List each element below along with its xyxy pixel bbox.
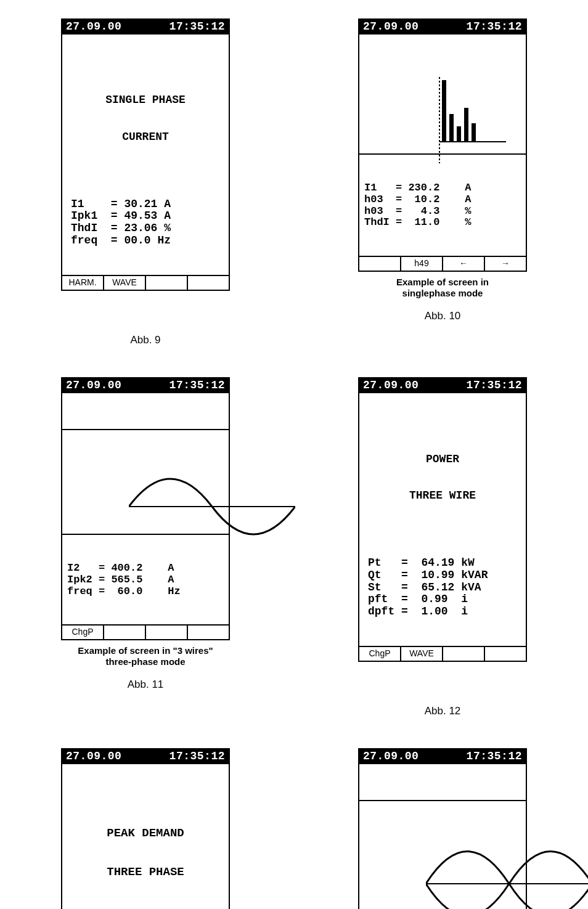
softkey-left-arrow[interactable]: ← bbox=[443, 257, 485, 271]
measurement-rows: Pt = 64.19 kW Qt = 10.99 kVAR St = 65.12… bbox=[365, 557, 520, 618]
time-text: 17:35:12 bbox=[467, 20, 522, 33]
softkey-4[interactable] bbox=[485, 647, 526, 661]
time-text: 17:35:12 bbox=[467, 750, 522, 762]
title-bar: 27.09.00 17:35:12 bbox=[62, 749, 229, 764]
svg-rect-4 bbox=[457, 126, 461, 142]
measurement-rows: I1 = 230.2 A h03 = 10.2 A h03 = 4.3 % Th… bbox=[359, 179, 526, 231]
blank-strip bbox=[62, 418, 229, 430]
time-text: 17:35:12 bbox=[169, 379, 225, 391]
softkey-h49[interactable]: h49 bbox=[401, 257, 443, 271]
date-text: 27.09.00 bbox=[66, 379, 121, 391]
softkey-1[interactable] bbox=[359, 257, 401, 271]
screen-title-line1: PEAK DEMAND bbox=[68, 827, 223, 840]
time-text: 17:35:12 bbox=[467, 379, 522, 391]
figure-14: 27.09.00 17:35:12 V1 = 229.7 V I1 = 132.… bbox=[334, 748, 551, 909]
title-bar: 27.09.00 17:35:12 bbox=[359, 749, 526, 764]
softkey-row: ChgP bbox=[62, 624, 229, 639]
svg-rect-6 bbox=[472, 123, 476, 142]
softkey-right-arrow[interactable]: → bbox=[485, 257, 526, 271]
softkey-row: h49 ← → bbox=[359, 256, 526, 271]
dual-sine-wave bbox=[359, 826, 526, 909]
single-sine-wave bbox=[62, 455, 229, 535]
screen-title-line1: POWER bbox=[365, 454, 520, 466]
title-bar: 27.09.00 17:35:12 bbox=[359, 378, 526, 393]
measurement-rows: I2 = 400.2 A Ipk2 = 565.5 A freq = 60.0 … bbox=[62, 559, 229, 600]
figure-9: 27.09.00 17:35:12 SINGLE PHASE CURRENT I… bbox=[37, 18, 254, 346]
softkey-3[interactable] bbox=[443, 647, 485, 661]
softkey-2[interactable] bbox=[104, 626, 146, 639]
date-text: 27.09.00 bbox=[66, 20, 121, 33]
softkey-4[interactable] bbox=[188, 276, 229, 290]
lcd-panel: 27.09.00 17:35:12 I1 = 230.2 A h03 bbox=[358, 18, 527, 272]
softkey-3[interactable] bbox=[146, 626, 188, 639]
lcd-panel: 27.09.00 17:35:12 PEAK DEMAND THREE PHAS… bbox=[61, 748, 230, 909]
figure-label: Abb. 11 bbox=[37, 679, 254, 691]
softkey-harm[interactable]: HARM. bbox=[62, 276, 104, 290]
title-bar: 27.09.00 17:35:12 bbox=[62, 378, 229, 393]
figure-12: 27.09.00 17:35:12 POWER THREE WIRE Pt = … bbox=[334, 377, 551, 717]
softkey-chgp[interactable]: ChgP bbox=[62, 626, 104, 639]
figure-10: 27.09.00 17:35:12 I1 = 230.2 A h03 bbox=[334, 18, 551, 346]
screen-title-line2: THREE WIRE bbox=[365, 490, 520, 502]
lcd-panel: 27.09.00 17:35:12 SINGLE PHASE CURRENT I… bbox=[61, 18, 230, 291]
softkey-wave[interactable]: WAVE bbox=[104, 276, 146, 290]
caption-line2: three-phase mode bbox=[105, 656, 185, 667]
softkey-row: ChgP WAVE bbox=[359, 646, 526, 661]
lcd-panel: 27.09.00 17:35:12 I2 = 400.2 A Ipk2 = 56… bbox=[61, 377, 230, 640]
figure-13: 27.09.00 17:35:12 PEAK DEMAND THREE PHAS… bbox=[37, 748, 254, 909]
caption-line2: singlephase mode bbox=[402, 288, 483, 298]
measurement-rows: I1 = 30.21 A Ipk1 = 49.53 A ThdI = 23.06… bbox=[68, 198, 223, 247]
date-text: 27.09.00 bbox=[363, 20, 419, 33]
figure-label: Abb. 10 bbox=[334, 310, 551, 322]
screen-title-line1: SINGLE PHASE bbox=[68, 94, 223, 107]
softkey-wave[interactable]: WAVE bbox=[401, 647, 443, 661]
svg-rect-2 bbox=[442, 80, 446, 142]
title-bar: 27.09.00 17:35:12 bbox=[359, 20, 526, 35]
figure-11: 27.09.00 17:35:12 I2 = 400.2 A Ipk2 = 56… bbox=[37, 377, 254, 717]
caption-line1: Example of screen in "3 wires" bbox=[78, 645, 213, 656]
date-text: 27.09.00 bbox=[363, 750, 419, 762]
softkey-row: HARM. WAVE bbox=[62, 275, 229, 290]
lcd-panel: 27.09.00 17:35:12 V1 = 229.7 V I1 = 132.… bbox=[358, 748, 527, 909]
figure-label: Abb. 9 bbox=[37, 334, 254, 346]
softkey-3[interactable] bbox=[146, 276, 188, 290]
harmonics-bar-graph bbox=[359, 59, 526, 155]
svg-rect-3 bbox=[449, 114, 454, 142]
title-bar: 27.09.00 17:35:12 bbox=[62, 20, 229, 35]
lcd-panel: 27.09.00 17:35:12 POWER THREE WIRE Pt = … bbox=[358, 377, 527, 662]
caption-line1: Example of screen in bbox=[396, 277, 489, 287]
time-text: 17:35:12 bbox=[169, 750, 225, 762]
screen-title-line2: THREE PHASE bbox=[68, 866, 223, 879]
blank-strip bbox=[359, 789, 526, 801]
softkey-chgp[interactable]: ChgP bbox=[359, 647, 401, 661]
date-text: 27.09.00 bbox=[66, 750, 121, 762]
softkey-4[interactable] bbox=[188, 626, 229, 639]
screen-title-line2: CURRENT bbox=[68, 131, 223, 144]
svg-rect-5 bbox=[464, 108, 468, 142]
date-text: 27.09.00 bbox=[363, 379, 419, 391]
time-text: 17:35:12 bbox=[169, 20, 225, 33]
figure-label: Abb. 12 bbox=[334, 705, 551, 717]
